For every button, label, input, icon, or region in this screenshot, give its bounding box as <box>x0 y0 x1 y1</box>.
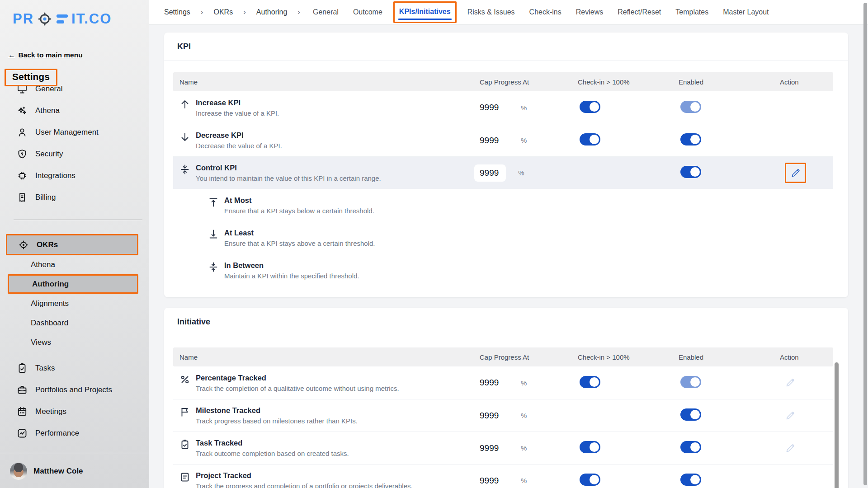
percent-icon <box>179 374 190 385</box>
kpi-table-body: Increase KPIIncrease the value of a KPI.… <box>173 91 833 286</box>
sidebar-subitem-label: Dashboard <box>31 319 68 328</box>
row-description: Maintain a KPI within the specified thre… <box>224 272 359 280</box>
calendar-icon <box>17 406 28 417</box>
sidebar-item-okrs[interactable]: OKRs <box>6 234 138 255</box>
logo-text-pre: PR <box>13 11 34 27</box>
column-header-enabled: Enabled <box>679 78 780 86</box>
sidebar-subitem-alignments[interactable]: Alignments <box>0 294 149 313</box>
performance-icon <box>17 428 28 439</box>
back-arrow-icon: ← <box>8 51 15 59</box>
shield-icon <box>17 149 28 160</box>
sidebar-item-billing[interactable]: Billing <box>0 187 149 208</box>
page-scrollbar[interactable] <box>863 3 867 485</box>
column-header-name: Name <box>173 353 480 361</box>
edit-action-icon[interactable] <box>790 168 801 178</box>
enabled-toggle[interactable] <box>680 133 701 145</box>
sidebar-subitem-athena[interactable]: Athena <box>0 255 149 274</box>
cap-progress-value[interactable]: 9999 <box>474 164 506 182</box>
sidebar-item-performance[interactable]: Performance <box>0 422 149 444</box>
logo-f-glyph <box>57 14 68 23</box>
edit-action-icon[interactable] <box>785 410 796 421</box>
at-least-icon <box>208 229 219 240</box>
breadcrumb-okrs[interactable]: OKRs <box>213 8 233 16</box>
tab-check-ins[interactable]: Check-ins <box>529 8 561 16</box>
logo-text-post: IT.CO <box>71 11 112 27</box>
cap-progress-unit: % <box>521 104 527 112</box>
row-description: You intend to maintain the value of this… <box>196 174 381 182</box>
user-name: Matthew Cole <box>33 467 83 476</box>
cap-progress-value: 9999 <box>480 378 521 388</box>
checkin-toggle[interactable] <box>580 474 600 486</box>
cap-progress-value: 9999 <box>480 136 521 145</box>
checkin-toggle[interactable] <box>580 101 600 113</box>
checkin-toggle[interactable] <box>580 133 600 145</box>
sidebar-item-user-management[interactable]: User Management <box>0 122 149 143</box>
checkin-toggle[interactable] <box>580 376 600 388</box>
briefcase-icon <box>17 385 28 395</box>
sidebar-item-athena[interactable]: Athena <box>0 100 149 122</box>
enabled-toggle[interactable] <box>680 474 701 486</box>
cap-progress-unit: % <box>521 136 527 144</box>
back-link-label: Back to main menu <box>19 51 83 59</box>
table-scrollbar[interactable] <box>835 362 839 488</box>
user-profile[interactable]: Matthew Cole <box>0 458 149 485</box>
table-row-percentage-tracked: Percentage TrackedTrack the completion o… <box>173 366 833 399</box>
edit-action-icon[interactable] <box>785 443 796 454</box>
tab-risks-issues[interactable]: Risks & Issues <box>467 8 515 16</box>
tab-outcome[interactable]: Outcome <box>353 8 382 16</box>
breadcrumb-separator: › <box>243 8 246 17</box>
arrow-up-icon <box>179 99 190 110</box>
tab-general[interactable]: General <box>313 8 339 16</box>
sidebar-subitem-dashboard[interactable]: Dashboard <box>0 313 149 333</box>
sidebar-item-meetings[interactable]: Meetings <box>0 401 149 422</box>
tab-templates[interactable]: Templates <box>675 8 708 16</box>
column-header-cap-progress-at: Cap Progress At <box>480 353 578 361</box>
table-row-decrease-kpi: Decrease KPIDecrease the value of a KPI.… <box>173 124 833 156</box>
avatar <box>10 463 27 480</box>
kpi-section-title: KPI <box>164 33 848 61</box>
breadcrumb-settings[interactable]: Settings <box>164 8 190 16</box>
clipboard-check-icon <box>179 439 190 450</box>
checkin-toggle[interactable] <box>580 441 600 453</box>
row-title: At Most <box>224 196 374 205</box>
row-description: Track progress based on milestones rathe… <box>196 417 358 425</box>
tab-reviews[interactable]: Reviews <box>576 8 603 16</box>
sidebar-subitem-label: Views <box>31 338 51 347</box>
breadcrumb-authoring[interactable]: Authoring <box>256 8 288 16</box>
row-description: Ensure that a KPI stays below a certain … <box>224 207 374 215</box>
sidebar-subitem-views[interactable]: Views <box>0 333 149 352</box>
back-to-main-menu-link[interactable]: ← Back to main menu <box>8 51 83 59</box>
sidebar-item-integrations[interactable]: Integrations <box>0 165 149 187</box>
table-row-milestone-tracked: Milestone TrackedTrack progress based on… <box>173 399 833 432</box>
row-description: Ensure that a KPI stays above a certain … <box>224 239 375 247</box>
sidebar-item-tasks[interactable]: Tasks <box>0 357 149 379</box>
enabled-toggle[interactable] <box>680 408 701 421</box>
enabled-toggle[interactable] <box>680 376 701 388</box>
enabled-toggle[interactable] <box>680 101 701 113</box>
row-title: Increase KPI <box>196 99 279 107</box>
row-title: At Least <box>224 229 375 237</box>
enabled-toggle[interactable] <box>680 166 701 178</box>
enabled-toggle[interactable] <box>680 441 701 453</box>
tab-reflect-reset[interactable]: Reflect/Reset <box>618 8 661 16</box>
table-row-task-tracked: Task TrackedTrack outcome completion bas… <box>173 432 833 464</box>
tab-kpis-initiatives[interactable]: KPIs/Initiatives <box>393 1 457 23</box>
breadcrumb-separator: › <box>201 8 203 17</box>
row-description: Track outcome completion based on create… <box>196 450 349 457</box>
sidebar-item-label: Billing <box>35 193 56 202</box>
sidebar-item-security[interactable]: Security <box>0 143 149 165</box>
tab-master-layout[interactable]: Master Layout <box>723 8 769 16</box>
sidebar-item-label: Security <box>35 150 63 159</box>
row-title: Percentage Tracked <box>196 374 399 382</box>
sidebar-subitem-authoring[interactable]: Authoring <box>8 274 138 294</box>
column-header-action: Action <box>780 353 833 361</box>
table-row-control-kpi: Control KPIYou intend to maintain the va… <box>173 156 833 189</box>
sidebar-item-portfolios-and-projects[interactable]: Portfolios and Projects <box>0 379 149 401</box>
in-between-icon <box>208 262 219 272</box>
edit-action-icon[interactable] <box>785 377 796 388</box>
sidebar-divider <box>14 220 142 220</box>
breadcrumb: Settings›OKRs›Authoring› <box>164 8 300 17</box>
sidebar-subitem-label: Athena <box>31 260 55 269</box>
initiative-section-title: Initiative <box>164 308 848 336</box>
chip-icon <box>17 170 28 181</box>
